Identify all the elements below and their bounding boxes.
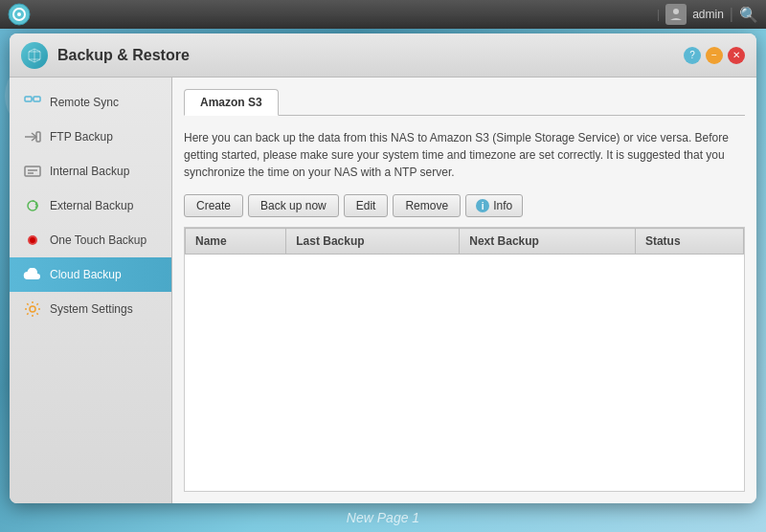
page-label: New Page 1	[347, 510, 419, 525]
separator-2: |	[730, 6, 733, 23]
help-button[interactable]: ?	[684, 47, 701, 64]
user-icon	[665, 4, 687, 25]
sidebar-label-system-settings: System Settings	[50, 302, 133, 316]
col-last-backup: Last Backup	[286, 229, 460, 255]
search-icon[interactable]: 🔍	[739, 6, 758, 24]
window-titlebar: Backup & Restore ? − ✕	[10, 33, 756, 78]
col-next-backup: Next Backup	[460, 229, 636, 255]
sidebar-item-remote-sync[interactable]: Remote Sync	[10, 85, 171, 120]
tab-amazon-s3[interactable]: Amazon S3	[184, 89, 279, 116]
sidebar-label-one-touch-backup: One Touch Backup	[50, 233, 146, 247]
backup-now-button[interactable]: Back up now	[248, 194, 339, 217]
col-status: Status	[635, 229, 743, 255]
close-button[interactable]: ✕	[728, 47, 745, 64]
svg-point-2	[17, 12, 21, 16]
sidebar-label-external-backup: External Backup	[50, 199, 133, 212]
ftp-backup-icon	[23, 127, 42, 146]
top-bar: | admin | 🔍	[0, 0, 766, 29]
window-body: Remote Sync FTP Backup	[10, 78, 756, 503]
top-bar-right: | admin | 🔍	[657, 4, 758, 25]
backup-table: Name Last Backup Next Backup Status	[185, 228, 744, 255]
sidebar-item-cloud-backup[interactable]: Cloud Backup	[10, 257, 171, 292]
window-title: Backup & Restore	[57, 47, 674, 64]
info-label: Info	[493, 199, 512, 212]
description-text: Here you can back up the data from this …	[184, 125, 745, 185]
tab-bar: Amazon S3	[184, 89, 745, 116]
svg-rect-4	[25, 97, 32, 101]
external-backup-icon	[23, 196, 42, 215]
svg-rect-7	[36, 132, 40, 142]
table-header-row: Name Last Backup Next Backup Status	[186, 229, 744, 255]
svg-point-14	[30, 306, 35, 312]
sidebar-item-system-settings[interactable]: System Settings	[10, 292, 171, 326]
svg-rect-8	[25, 166, 40, 176]
svg-point-3	[673, 9, 679, 14]
app-logo	[8, 3, 31, 26]
window-controls: ? − ✕	[684, 47, 745, 64]
main-window: Backup & Restore ? − ✕ Remote Sync	[10, 33, 756, 503]
table-container: Name Last Backup Next Backup Status	[184, 227, 745, 492]
sidebar-item-internal-backup[interactable]: Internal Backup	[10, 154, 171, 188]
toolbar: Create Back up now Edit Remove i Info	[184, 194, 745, 217]
table-header: Name Last Backup Next Backup Status	[186, 229, 744, 255]
cloud-backup-icon	[23, 265, 42, 284]
info-icon: i	[476, 199, 489, 212]
bottom-bar: New Page 1	[0, 503, 766, 532]
info-button[interactable]: i Info	[465, 194, 523, 217]
sidebar-label-internal-backup: Internal Backup	[50, 165, 129, 178]
window-title-icon	[21, 42, 48, 69]
svg-point-13	[30, 237, 35, 243]
create-button[interactable]: Create	[184, 194, 243, 217]
edit-button[interactable]: Edit	[344, 194, 389, 217]
content-area: Amazon S3 Here you can back up the data …	[172, 78, 756, 503]
one-touch-backup-icon	[23, 231, 42, 250]
sidebar-label-remote-sync: Remote Sync	[50, 96, 119, 109]
separator-1: |	[657, 8, 660, 21]
sidebar-label-ftp-backup: FTP Backup	[50, 130, 113, 144]
sidebar: Remote Sync FTP Backup	[10, 78, 172, 503]
sidebar-label-cloud-backup: Cloud Backup	[50, 268, 122, 281]
svg-rect-5	[34, 97, 40, 101]
svg-point-11	[28, 201, 37, 211]
remote-sync-icon	[23, 93, 42, 112]
sidebar-item-ftp-backup[interactable]: FTP Backup	[10, 120, 171, 154]
username-label: admin	[692, 8, 724, 21]
col-name: Name	[186, 229, 286, 255]
minimize-button[interactable]: −	[706, 47, 723, 64]
system-settings-icon	[23, 299, 42, 319]
sidebar-item-external-backup[interactable]: External Backup	[10, 188, 171, 223]
sidebar-item-one-touch-backup[interactable]: One Touch Backup	[10, 223, 171, 257]
internal-backup-icon	[23, 162, 42, 181]
remove-button[interactable]: Remove	[393, 194, 461, 217]
